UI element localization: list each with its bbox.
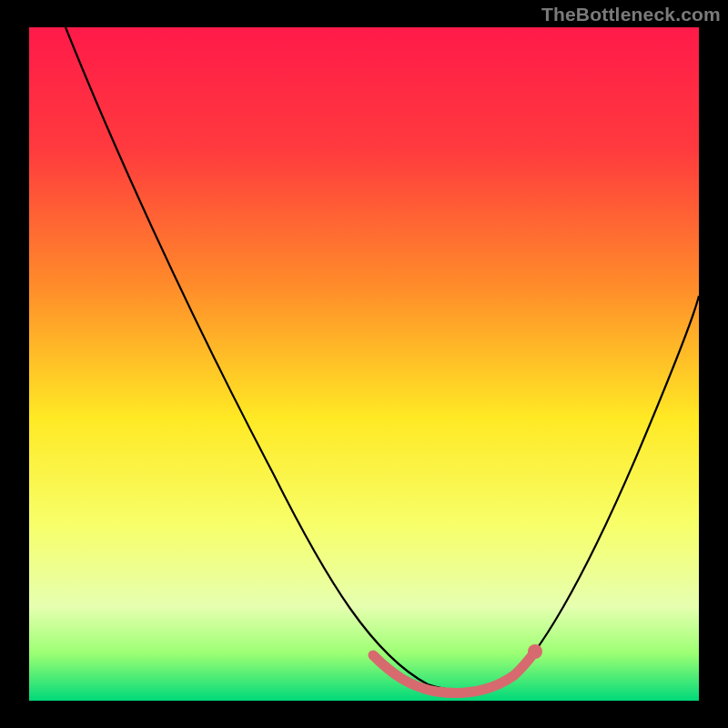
marker-dot bbox=[528, 644, 542, 659]
chart-stage: TheBottleneck.com bbox=[0, 0, 728, 728]
plot-background bbox=[29, 27, 699, 701]
chart-svg bbox=[0, 0, 728, 728]
watermark-text: TheBottleneck.com bbox=[541, 4, 721, 25]
